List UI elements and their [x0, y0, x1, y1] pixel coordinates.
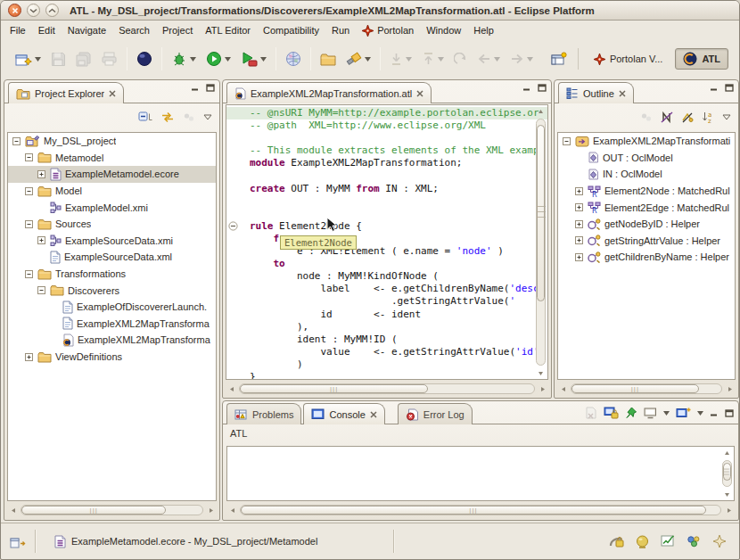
menu-project[interactable]: Project: [156, 22, 199, 38]
tree-item-in-oclmodel[interactable]: IN : OclModel: [558, 166, 735, 183]
tree-item-examplesourcedata-xml[interactable]: ExampleSourceData.xml: [8, 249, 216, 266]
tree-item-model[interactable]: Model: [8, 183, 216, 200]
scroll-left-icon[interactable]: [226, 383, 238, 395]
previous-annotation-button[interactable]: [418, 48, 448, 70]
chart-icon[interactable]: [661, 535, 675, 548]
collapse-icon[interactable]: [12, 137, 21, 145]
scroll-right-icon[interactable]: [723, 383, 736, 395]
tree-item-element2edge-matchedrul[interactable]: RElement2Edge : MatchedRul: [558, 199, 735, 216]
scroll-left-icon[interactable]: [557, 383, 570, 395]
editor-code-area[interactable]: -- @nsURI MyMM=http://example.portolan.e…: [226, 104, 548, 380]
scroll-right-icon[interactable]: [722, 504, 735, 516]
scroll-up-icon[interactable]: [535, 105, 547, 118]
tree-item-examplemetamodel-ecore[interactable]: ExampleMetamodel.ecore: [8, 166, 216, 183]
tab-editor-atl-file[interactable]: ExampleXML2MapTransformation.atl: [226, 82, 432, 103]
last-edit-location-button[interactable]: [450, 49, 471, 70]
tree-item-exampleofdiscovererlaunch[interactable]: ExampleOfDiscovererLaunch.: [8, 299, 216, 316]
tab-console[interactable]: Console: [303, 403, 384, 424]
console-output-area[interactable]: |||: [226, 446, 735, 501]
scroll-down-icon[interactable]: [721, 488, 734, 500]
tree-item-examplemodel-xmi[interactable]: ExampleModel.xmi: [8, 199, 216, 216]
view-menu-icon[interactable]: [203, 114, 212, 120]
editor-minimize-icon[interactable]: [522, 84, 531, 92]
tab-outline[interactable]: Outline: [558, 82, 634, 103]
tree-item-examplexml2maptransforma[interactable]: ExampleXML2MapTransforma: [8, 332, 216, 349]
menu-edit[interactable]: Edit: [32, 22, 62, 38]
tab-error-log[interactable]: Error Log: [398, 403, 473, 424]
dots-icon[interactable]: [687, 535, 701, 548]
collapse-icon[interactable]: [24, 187, 34, 195]
compass-icon[interactable]: [712, 534, 727, 548]
forward-button[interactable]: [506, 50, 537, 68]
link-with-editor-button[interactable]: [160, 111, 175, 123]
collapse-icon[interactable]: [562, 137, 571, 145]
open-type-button[interactable]: [317, 49, 340, 70]
tree-item-out-oclmodel[interactable]: OUT : OclModel: [558, 150, 735, 167]
print-button[interactable]: [98, 48, 121, 70]
outline-minimize-icon[interactable]: [710, 84, 719, 92]
collapse-all-button[interactable]: [138, 111, 152, 123]
scroll-left-icon[interactable]: [7, 504, 20, 516]
window-close-button[interactable]: [8, 4, 21, 17]
menu-search[interactable]: Search: [112, 22, 156, 38]
hide-rules-button[interactable]: [661, 111, 673, 123]
scroll-down-icon[interactable]: [535, 366, 547, 379]
tree-item-examplexml2maptransforma[interactable]: ExampleXML2MapTransforma: [8, 316, 216, 333]
debug-button[interactable]: [168, 47, 200, 70]
menu-help[interactable]: Help: [467, 22, 500, 38]
back-button[interactable]: [473, 50, 504, 68]
menu-navigate[interactable]: Navigate: [62, 22, 112, 38]
next-annotation-button[interactable]: [386, 48, 415, 70]
lock-icon[interactable]: [609, 535, 624, 548]
perspective-portolan-button[interactable]: Portolan V...: [586, 50, 671, 69]
menu-atl-editor[interactable]: ATL Editor: [199, 22, 257, 38]
tab-project-explorer[interactable]: Project Explorer: [8, 82, 124, 103]
scroll-up-icon[interactable]: [721, 447, 734, 459]
tree-item-getchildrenbyname-helper[interactable]: getChildrenByName : Helper: [558, 249, 735, 266]
editor-maximize-icon[interactable]: [538, 84, 547, 92]
tree-item-element2node-matchedrul[interactable]: RElement2Node : MatchedRul: [558, 183, 735, 200]
focus-button[interactable]: [183, 111, 195, 123]
window-maximize-button[interactable]: [45, 4, 59, 17]
menu-file[interactable]: File: [4, 22, 32, 38]
menu-portolan[interactable]: Portolan: [356, 22, 420, 39]
open-console-button[interactable]: [676, 407, 691, 419]
outline-close-icon[interactable]: [619, 90, 626, 97]
tree-item-examplexml2maptransformati[interactable]: ExampleXML2MapTransformati: [558, 133, 735, 150]
project-explorer-minimize-icon[interactable]: [191, 84, 200, 92]
new-wizard-button[interactable]: [12, 48, 45, 70]
fold-collapse-icon[interactable]: [228, 221, 238, 235]
collapse-icon[interactable]: [24, 270, 34, 278]
scroll-left-icon[interactable]: [226, 504, 239, 516]
project-explorer-close-icon[interactable]: [109, 90, 116, 97]
tree-item-getstringattrvalue-helper[interactable]: getStringAttrValue : Helper: [558, 233, 735, 250]
save-button[interactable]: [47, 48, 70, 70]
run-button[interactable]: [202, 47, 234, 70]
project-explorer-hscrollbar[interactable]: |||: [7, 503, 217, 517]
run-external-tools-button[interactable]: [237, 47, 270, 70]
project-explorer-maximize-icon[interactable]: [206, 84, 215, 92]
tree-item-discoverers[interactable]: Discoverers: [8, 282, 216, 299]
expand-icon[interactable]: [574, 253, 584, 261]
outline-maximize-icon[interactable]: [725, 84, 734, 92]
collapse-icon[interactable]: [37, 286, 46, 294]
expand-icon[interactable]: [574, 220, 584, 228]
scroll-right-icon[interactable]: [204, 504, 217, 516]
search-button[interactable]: [342, 47, 374, 70]
collapse-icon[interactable]: [24, 220, 34, 228]
tree-item-my-dsl-project[interactable]: My_DSL_project: [8, 133, 216, 150]
open-perspective-button[interactable]: [547, 48, 571, 70]
menu-window[interactable]: Window: [420, 22, 467, 38]
editor-tab-close-icon[interactable]: [416, 90, 423, 97]
collapse-icon[interactable]: [24, 153, 34, 161]
hide-helpers-button[interactable]: [681, 111, 694, 123]
tree-item-examplesourcedata-xmi[interactable]: ExampleSourceData.xmi: [8, 233, 216, 250]
scroll-lock-button[interactable]: [604, 407, 619, 419]
view-menu-icon[interactable]: [722, 114, 731, 120]
open-console-dropdown-icon[interactable]: [697, 411, 703, 416]
outline-hscrollbar[interactable]: |||: [557, 382, 736, 396]
globe-icon[interactable]: [636, 535, 649, 548]
save-all-button[interactable]: [72, 48, 95, 70]
expand-icon[interactable]: [574, 236, 584, 244]
tab-problems[interactable]: Problems: [226, 403, 301, 424]
